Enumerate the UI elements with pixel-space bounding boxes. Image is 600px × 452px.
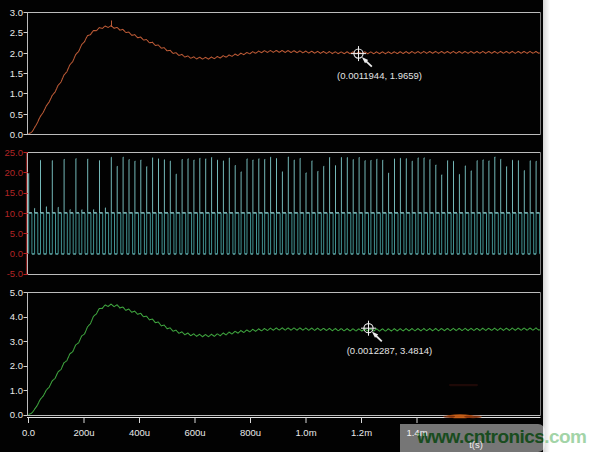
svg-text:1.0: 1.0 <box>10 88 23 99</box>
svg-text:3.0: 3.0 <box>10 336 23 347</box>
svg-text:2.0: 2.0 <box>10 360 23 371</box>
svg-text:(0.0011944, 1.9659): (0.0011944, 1.9659) <box>337 70 422 81</box>
svg-text:0.0: 0.0 <box>10 248 23 259</box>
svg-text:0.0: 0.0 <box>10 409 23 420</box>
svg-text:1.2m: 1.2m <box>351 427 372 438</box>
svg-text:0.0: 0.0 <box>22 427 35 438</box>
svg-text:4.0: 4.0 <box>10 311 23 322</box>
svg-text:0.0: 0.0 <box>10 129 23 140</box>
svg-text:5.0: 5.0 <box>10 228 23 239</box>
svg-text:1.0: 1.0 <box>10 385 23 396</box>
svg-text:10.0: 10.0 <box>5 208 24 219</box>
svg-text:1.5: 1.5 <box>10 68 23 79</box>
svg-text:15.0: 15.0 <box>5 187 24 198</box>
svg-text:0.5: 0.5 <box>10 109 23 120</box>
svg-text:400u: 400u <box>129 427 150 438</box>
svg-text:800u: 800u <box>240 427 261 438</box>
svg-text:2.5: 2.5 <box>10 27 23 38</box>
svg-text:3.0: 3.0 <box>10 7 23 18</box>
svg-text:25.0: 25.0 <box>5 147 24 158</box>
svg-text:1.0m: 1.0m <box>295 427 316 438</box>
svg-text:200u: 200u <box>73 427 94 438</box>
svg-text:(0.0012287, 3.4814): (0.0012287, 3.4814) <box>347 345 433 356</box>
svg-text:20.0: 20.0 <box>5 167 24 178</box>
svg-text:600u: 600u <box>184 427 205 438</box>
svg-text:2.0: 2.0 <box>10 48 23 59</box>
svg-text:-5.0: -5.0 <box>7 268 23 279</box>
svg-text:5.0: 5.0 <box>10 287 23 298</box>
